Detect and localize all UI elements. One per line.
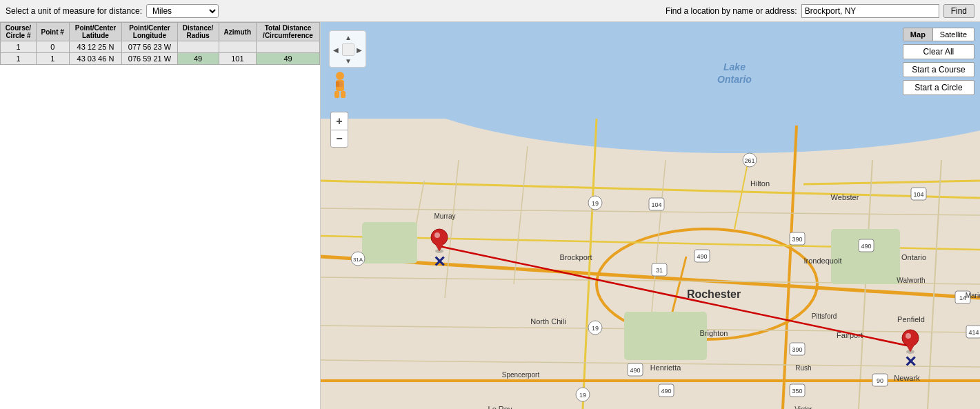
svg-text:Brighton: Brighton <box>700 329 728 337</box>
row2-course: 1 <box>1 53 37 65</box>
svg-text:490: 490 <box>697 253 707 260</box>
svg-text:104: 104 <box>651 201 661 208</box>
map-container[interactable]: 104 19 261 390 490 490 104 <box>321 22 980 409</box>
start-course-button[interactable]: Start a Course <box>903 62 974 77</box>
svg-text:Pittsford: Pittsford <box>812 312 837 320</box>
svg-text:Rochester: Rochester <box>687 288 741 300</box>
row2-total: 49 <box>257 53 320 65</box>
table-row: 1 0 43 12 25 N 077 56 23 W <box>1 41 320 53</box>
find-input[interactable] <box>801 4 939 18</box>
main-content: Course/Circle # Point # Point/CenterLati… <box>0 22 980 409</box>
row1-lat: 43 12 25 N <box>69 41 122 53</box>
svg-point-25 <box>576 388 590 401</box>
row1-course: 1 <box>1 41 37 53</box>
find-label: Find a location by name or address: <box>666 6 797 16</box>
svg-text:350: 350 <box>792 388 802 395</box>
svg-text:Penfield: Penfield <box>897 315 925 323</box>
nav-arrows-widget: ▲ ◀ ▶ ▼ <box>329 30 366 68</box>
svg-rect-79 <box>336 81 339 87</box>
row2-point: 1 <box>36 53 69 65</box>
col-dist: Distance/Radius <box>177 23 219 41</box>
svg-point-11 <box>743 153 757 167</box>
row2-dist: 49 <box>177 53 219 65</box>
svg-rect-77 <box>334 91 339 98</box>
find-button[interactable]: Find <box>943 4 974 18</box>
svg-text:490: 490 <box>630 367 640 374</box>
nav-left-button[interactable]: ◀ <box>330 43 342 56</box>
svg-text:31A: 31A <box>353 257 363 263</box>
svg-text:261: 261 <box>744 157 754 164</box>
svg-point-71 <box>906 350 914 354</box>
svg-point-1 <box>390 22 980 153</box>
svg-text:Lake: Lake <box>723 61 746 72</box>
zoom-in-button[interactable]: + <box>330 112 348 130</box>
start-circle-button[interactable]: Start a Circle <box>903 80 974 95</box>
svg-text:Newark: Newark <box>894 374 920 382</box>
svg-point-68 <box>431 229 448 246</box>
svg-rect-19 <box>911 188 926 200</box>
row1-dist <box>177 41 219 53</box>
row2-lat: 43 03 46 N <box>69 53 122 65</box>
svg-rect-39 <box>955 291 970 303</box>
top-bar: Select a unit of measure for distance: M… <box>0 0 980 22</box>
svg-point-9 <box>588 196 602 210</box>
svg-text:Walworth: Walworth <box>897 277 925 284</box>
svg-rect-7 <box>649 198 664 210</box>
svg-rect-31 <box>790 384 805 397</box>
map-type-satellite-button[interactable]: Satellite <box>933 28 974 41</box>
nav-right-button[interactable]: ▶ <box>353 43 366 56</box>
row1-point: 0 <box>36 41 69 53</box>
svg-text:414: 414 <box>968 329 979 336</box>
svg-rect-13 <box>790 232 805 245</box>
svg-text:Le Roy: Le Roy <box>488 405 512 409</box>
find-location-group: Find a location by name or address: Find <box>666 4 974 18</box>
svg-point-73 <box>906 333 911 339</box>
svg-text:490: 490 <box>861 243 871 250</box>
nav-up-button[interactable]: ▲ <box>342 31 354 43</box>
svg-point-69 <box>434 232 440 238</box>
svg-point-3 <box>597 229 817 339</box>
svg-rect-41 <box>652 263 667 276</box>
row2-az: 101 <box>219 53 256 65</box>
map-type-map-button[interactable]: Map <box>903 28 933 41</box>
svg-text:Marion: Marion <box>966 292 980 299</box>
table-row: 1 1 43 03 46 N 076 59 21 W 49 101 49 <box>1 53 320 65</box>
col-lat: Point/CenterLatitude <box>69 23 122 41</box>
nav-down-button[interactable]: ▼ <box>342 54 354 67</box>
svg-text:Spencerport: Spencerport <box>502 371 540 379</box>
svg-text:490: 490 <box>661 388 671 395</box>
map-controls: Map Satellite Clear All Start a Course S… <box>903 28 974 95</box>
left-panel: Course/Circle # Point # Point/CenterLati… <box>0 22 321 409</box>
row2-lon: 076 59 21 W <box>122 53 177 65</box>
col-point: Point # <box>36 23 69 41</box>
svg-text:Ontario: Ontario <box>717 74 752 85</box>
svg-text:19: 19 <box>592 325 599 332</box>
clear-all-button[interactable]: Clear All <box>903 44 974 59</box>
col-az: Azimuth <box>219 23 256 41</box>
row1-total <box>257 41 320 53</box>
svg-point-21 <box>351 252 365 266</box>
unit-select[interactable]: Miles Kilometers Nautical Miles <box>146 4 219 18</box>
svg-text:31: 31 <box>656 267 663 274</box>
data-table: Course/Circle # Point # Point/CenterLati… <box>0 22 320 65</box>
svg-text:Henrietta: Henrietta <box>650 363 682 372</box>
svg-point-75 <box>336 72 344 80</box>
svg-rect-6 <box>624 312 707 360</box>
svg-text:104: 104 <box>913 191 923 198</box>
col-lon: Point/CenterLongitude <box>122 23 177 41</box>
svg-rect-4 <box>362 222 417 263</box>
pegman-icon[interactable] <box>330 72 350 98</box>
svg-text:390: 390 <box>792 236 802 243</box>
svg-text:14: 14 <box>959 295 966 301</box>
svg-rect-35 <box>872 374 888 386</box>
svg-text:Victor: Victor <box>794 406 812 409</box>
svg-rect-15 <box>694 250 710 262</box>
svg-point-23 <box>588 321 602 335</box>
unit-label: Select a unit of measure for distance: <box>6 6 142 16</box>
svg-text:Hilton: Hilton <box>750 179 770 188</box>
col-course: Course/Circle # <box>1 23 37 41</box>
svg-text:19: 19 <box>579 392 586 399</box>
zoom-out-button[interactable]: − <box>330 130 348 148</box>
svg-text:Murray: Murray <box>434 212 455 220</box>
svg-rect-0 <box>321 22 980 409</box>
